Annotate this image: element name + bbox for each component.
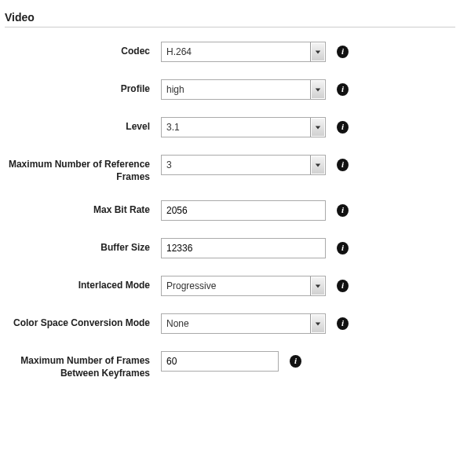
- svg-marker-4: [316, 285, 320, 288]
- maxref-control: 3i: [161, 155, 349, 175]
- maxkey-input[interactable]: [161, 351, 279, 372]
- profile-label: Profile: [5, 79, 161, 96]
- maxkey-label: Maximum Number of Frames Between Keyfram…: [5, 351, 161, 379]
- field-row-maxref: Maximum Number of Reference Frames3i: [5, 155, 455, 183]
- codec-info-icon[interactable]: i: [337, 46, 349, 58]
- field-row-level: Level3.1i: [5, 117, 455, 137]
- level-info-icon[interactable]: i: [337, 121, 349, 134]
- csc-control: Nonei: [161, 313, 349, 334]
- maxref-select[interactable]: 3: [161, 155, 326, 175]
- svg-marker-2: [316, 126, 320, 129]
- maxref-value: 3: [162, 159, 310, 170]
- profile-control: highi: [161, 79, 349, 100]
- profile-value: high: [162, 84, 310, 95]
- level-value: 3.1: [162, 122, 310, 133]
- maxbit-label: Max Bit Rate: [5, 200, 161, 217]
- field-row-maxkey: Maximum Number of Frames Between Keyfram…: [5, 351, 455, 379]
- csc-select[interactable]: None: [161, 313, 326, 334]
- maxref-label: Maximum Number of Reference Frames: [5, 155, 161, 183]
- interl-select[interactable]: Progressive: [161, 276, 326, 296]
- chevron-down-icon[interactable]: [310, 42, 325, 61]
- chevron-down-icon[interactable]: [310, 314, 325, 333]
- maxbit-control: i: [161, 200, 349, 221]
- csc-info-icon[interactable]: i: [337, 317, 349, 330]
- csc-value: None: [162, 318, 310, 329]
- field-row-profile: Profilehighi: [5, 79, 455, 100]
- interl-value: Progressive: [162, 280, 310, 291]
- maxbit-input[interactable]: [161, 200, 326, 221]
- buffer-label: Buffer Size: [5, 238, 161, 254]
- chevron-down-icon[interactable]: [310, 80, 325, 99]
- svg-marker-5: [316, 323, 320, 326]
- svg-marker-1: [316, 88, 320, 91]
- field-row-maxbit: Max Bit Ratei: [5, 200, 455, 221]
- level-select[interactable]: 3.1: [161, 117, 326, 137]
- maxkey-control: i: [161, 351, 301, 372]
- maxref-info-icon[interactable]: i: [337, 159, 349, 171]
- codec-label: Codec: [5, 42, 161, 58]
- field-row-codec: CodecH.264i: [5, 42, 455, 62]
- codec-select[interactable]: H.264: [161, 42, 326, 62]
- csc-label: Color Space Conversion Mode: [5, 313, 161, 330]
- buffer-control: i: [161, 238, 349, 258]
- chevron-down-icon[interactable]: [310, 156, 325, 174]
- maxbit-info-icon[interactable]: i: [337, 204, 349, 217]
- field-row-interl: Interlaced ModeProgressivei: [5, 276, 455, 296]
- maxkey-info-icon[interactable]: i: [290, 355, 301, 368]
- interl-label: Interlaced Mode: [5, 276, 161, 292]
- field-row-buffer: Buffer Sizei: [5, 238, 455, 258]
- codec-control: H.264i: [161, 42, 349, 62]
- codec-value: H.264: [162, 46, 310, 57]
- svg-marker-3: [316, 163, 320, 167]
- profile-info-icon[interactable]: i: [337, 83, 349, 96]
- chevron-down-icon[interactable]: [310, 118, 325, 137]
- svg-marker-0: [316, 50, 320, 53]
- chevron-down-icon[interactable]: [310, 276, 325, 295]
- buffer-input[interactable]: [161, 238, 326, 258]
- interl-control: Progressivei: [161, 276, 349, 296]
- buffer-info-icon[interactable]: i: [337, 242, 349, 254]
- level-label: Level: [5, 117, 161, 134]
- level-control: 3.1i: [161, 117, 349, 137]
- interl-info-icon[interactable]: i: [337, 280, 349, 292]
- profile-select[interactable]: high: [161, 79, 326, 100]
- section-title: Video: [5, 11, 455, 24]
- divider: [5, 27, 455, 27]
- field-row-csc: Color Space Conversion ModeNonei: [5, 313, 455, 334]
